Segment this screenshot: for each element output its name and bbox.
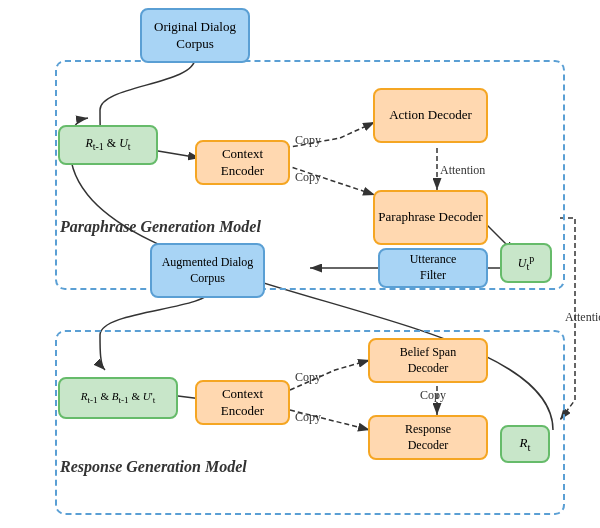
context-encoder-bottom-box: ContextEncoder [195, 380, 290, 425]
r-b-u-bottom-label: Rt-1 & Bt-1 & U't [81, 389, 155, 407]
r-u-top-label: Rt-1 & Ut [85, 136, 130, 153]
copy-label-2: Copy [295, 170, 321, 185]
r-t-label: Rt [520, 435, 531, 454]
attention-label-2: Attention [565, 310, 600, 325]
copy-label-3: Copy [295, 370, 321, 385]
utterance-filter-box: UtteranceFilter [378, 248, 488, 288]
augmented-dialog-label: Augmented Dialog Corpus [152, 255, 263, 286]
copy-label-1: Copy [295, 133, 321, 148]
copy-label-4: Copy [295, 410, 321, 425]
copy-label-5: Copy [420, 388, 446, 403]
paraphrase-model-label: Paraphrase Generation Model [60, 218, 261, 236]
belief-span-decoder-label: Belief SpanDecoder [400, 345, 456, 376]
response-model-label: Response Generation Model [60, 458, 247, 476]
response-decoder-label: ResponseDecoder [405, 422, 451, 453]
context-encoder-top-label: ContextEncoder [221, 146, 264, 180]
utterance-filter-label: UtteranceFilter [410, 252, 457, 283]
r-t-box: Rt [500, 425, 550, 463]
context-encoder-bottom-label: ContextEncoder [221, 386, 264, 420]
attention-label-1: Attention [440, 163, 485, 178]
u-p-box: Utp [500, 243, 552, 283]
paraphrase-decoder-box: Paraphrase Decoder [373, 190, 488, 245]
augmented-dialog-corpus-box: Augmented Dialog Corpus [150, 243, 265, 298]
u-p-label: Utp [518, 252, 534, 273]
r-b-u-bottom-box: Rt-1 & Bt-1 & U't [58, 377, 178, 419]
response-decoder-box: ResponseDecoder [368, 415, 488, 460]
belief-span-decoder-box: Belief SpanDecoder [368, 338, 488, 383]
action-decoder-label: Action Decoder [389, 107, 472, 124]
diagram: Original Dialog Corpus Rt-1 & Ut Context… [0, 0, 600, 528]
original-dialog-corpus-box: Original Dialog Corpus [140, 8, 250, 63]
original-dialog-label: Original Dialog Corpus [142, 19, 248, 53]
paraphrase-decoder-label: Paraphrase Decoder [378, 209, 482, 226]
r-u-top-box: Rt-1 & Ut [58, 125, 158, 165]
action-decoder-box: Action Decoder [373, 88, 488, 143]
context-encoder-top-box: ContextEncoder [195, 140, 290, 185]
